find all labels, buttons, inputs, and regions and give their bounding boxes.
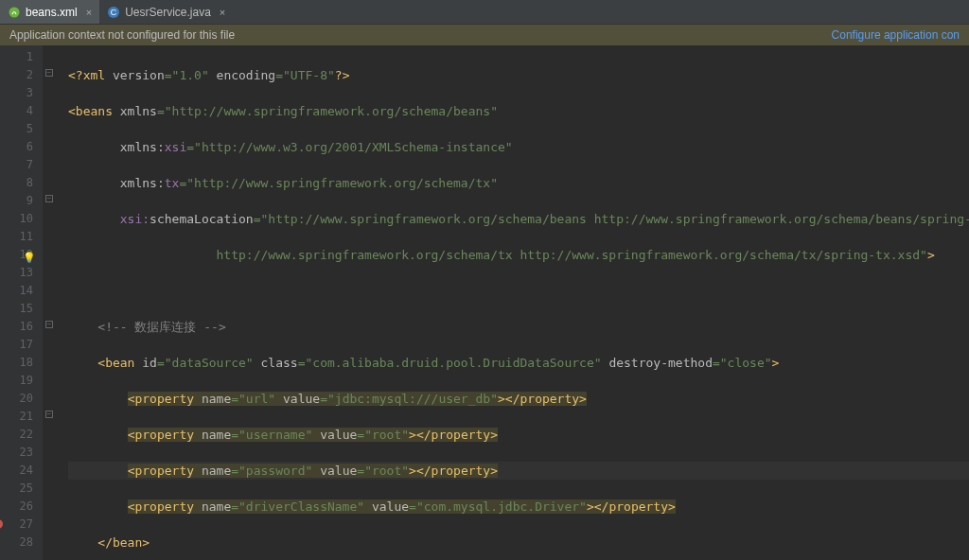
line-number: 1 xyxy=(0,48,33,66)
line-number: 22 xyxy=(0,426,33,444)
line-number: 5 xyxy=(0,120,33,138)
line-number: 11 xyxy=(0,228,33,246)
configure-link[interactable]: Configure application con xyxy=(832,28,960,42)
fold-toggle[interactable]: − xyxy=(45,411,53,418)
code-line: <property name="url" value="jdbc:mysql:/… xyxy=(68,390,969,408)
line-number: 16 xyxy=(0,318,33,336)
close-icon[interactable]: × xyxy=(86,7,92,18)
line-number: 7 xyxy=(0,156,33,174)
line-number: 21 xyxy=(0,408,33,426)
line-number: 14 xyxy=(0,282,33,300)
line-number: 15 xyxy=(0,300,33,318)
editor-tabs: beans.xml × C UesrService.java × xyxy=(0,0,969,25)
code-line: <property name="username" value="root"><… xyxy=(68,426,969,444)
tab-label: beans.xml xyxy=(26,6,78,19)
tab-uesrservice-java[interactable]: C UesrService.java × xyxy=(99,0,233,24)
line-number: 24 xyxy=(0,462,33,480)
fold-toggle[interactable]: − xyxy=(45,321,53,328)
line-number: 20 xyxy=(0,390,33,408)
line-number: 4 xyxy=(0,102,33,120)
line-number: 9 xyxy=(0,192,33,210)
code-line: http://www.springframework.org/schema/tx… xyxy=(68,246,969,264)
editor-area: 1 2 3 4 5 6 7 8 9 10 11 12💡 13 14 15 16 … xyxy=(0,45,969,560)
svg-text:C: C xyxy=(111,8,117,17)
line-number: 28 xyxy=(0,534,33,551)
code-line: xsi:schemaLocation="http://www.springfra… xyxy=(68,210,969,228)
line-number: 2 xyxy=(0,66,33,84)
tab-label: UesrService.java xyxy=(125,6,211,19)
bean-gutter-icon[interactable] xyxy=(0,517,4,535)
fold-column: − − − − xyxy=(44,45,55,560)
code-line: <property name="driverClassName" value="… xyxy=(68,498,969,516)
line-number: 25 xyxy=(0,480,33,498)
notification-bar: Application context not configured for t… xyxy=(0,25,969,45)
code-line: xmlns:xsi="http://www.w3.org/2001/XMLSch… xyxy=(68,138,969,156)
tab-beans-xml[interactable]: beans.xml × xyxy=(0,0,99,24)
svg-point-3 xyxy=(0,519,3,529)
code-line: </bean> xyxy=(68,534,969,551)
line-number: 6 xyxy=(0,138,33,156)
code-line xyxy=(68,282,969,300)
notification-message: Application context not configured for t… xyxy=(9,28,235,42)
line-number: 10 xyxy=(0,210,33,228)
java-class-icon: C xyxy=(107,6,120,19)
line-number: 23 xyxy=(0,444,33,462)
code-editor[interactable]: <?xml version="1.0" encoding="UTF-8"?> <… xyxy=(55,45,969,560)
code-line: <!-- 数据库连接 --> xyxy=(68,318,969,336)
fold-toggle[interactable]: − xyxy=(45,69,53,77)
bulb-icon[interactable]: 💡 xyxy=(23,249,36,267)
fold-toggle[interactable]: − xyxy=(45,195,53,202)
line-number-gutter: 1 2 3 4 5 6 7 8 9 10 11 12💡 13 14 15 16 … xyxy=(0,45,44,560)
code-line: <beans xmlns="http://www.springframework… xyxy=(68,102,969,120)
code-line: <?xml version="1.0" encoding="UTF-8"?> xyxy=(68,66,969,84)
code-line: <bean id="dataSource" class="com.alibaba… xyxy=(68,354,969,372)
line-number: 27 xyxy=(0,516,33,534)
line-number: 12💡 xyxy=(0,246,33,264)
line-number: 3 xyxy=(0,84,33,102)
line-number: 26 xyxy=(0,498,33,516)
code-line-current: <property name="password" value="root"><… xyxy=(68,462,969,480)
line-number-text: 27 xyxy=(20,517,33,531)
close-icon[interactable]: × xyxy=(220,7,225,18)
line-number: 18 xyxy=(0,354,33,372)
line-number: 19 xyxy=(0,372,33,390)
line-number: 17 xyxy=(0,336,33,354)
line-number: 8 xyxy=(0,174,33,192)
spring-config-icon xyxy=(8,6,21,19)
code-line: xmlns:tx="http://www.springframework.org… xyxy=(68,174,969,192)
